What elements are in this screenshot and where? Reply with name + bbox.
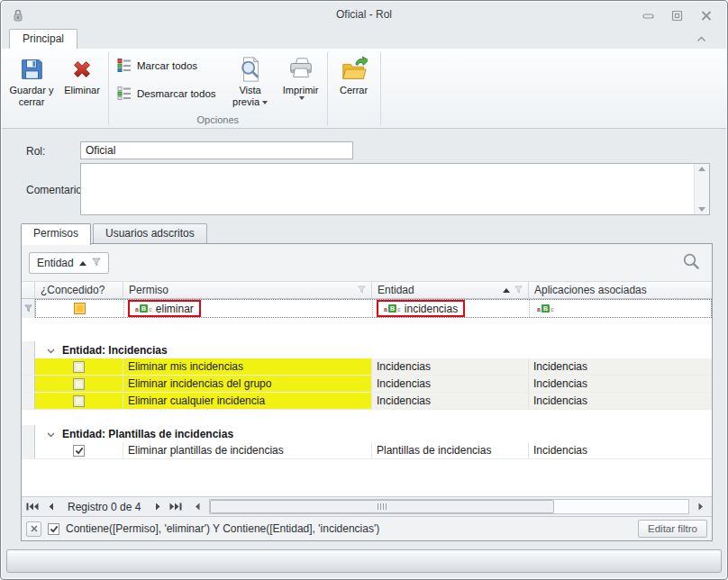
group-by-field-label: Entidad bbox=[37, 257, 74, 269]
comments-scrollbar[interactable] bbox=[694, 164, 709, 214]
chevron-down-icon[interactable] bbox=[47, 344, 55, 357]
prev-record-button[interactable] bbox=[43, 500, 58, 514]
group-row-plantillas[interactable]: Entidad: Plantillas de incidencias bbox=[22, 425, 712, 442]
group-by-chip-entidad[interactable]: Entidad bbox=[29, 252, 109, 274]
column-header-aplicaciones[interactable]: Aplicaciones asociadas bbox=[529, 282, 712, 298]
filter-enabled-checkbox[interactable] bbox=[48, 523, 59, 535]
mark-all-label: Marcar todos bbox=[137, 60, 197, 71]
granted-filter-checkbox[interactable] bbox=[74, 303, 86, 314]
abc-filter-icon: aBc bbox=[384, 304, 401, 313]
title-bar: Oficial - Rol bbox=[2, 2, 726, 28]
delete-label: Eliminar bbox=[57, 85, 107, 96]
checklist-icon bbox=[117, 86, 132, 102]
filter-granted-checkbox-cell[interactable] bbox=[36, 300, 124, 317]
granted-checkbox[interactable] bbox=[73, 361, 85, 373]
filter-row: aBc eliminar aBc incidencias bbox=[22, 299, 712, 318]
record-navigator: Registro 0 de 4 bbox=[22, 496, 712, 516]
table-row[interactable]: Eliminar incidencias del grupo Incidenci… bbox=[22, 376, 712, 393]
filter-permiso-value[interactable]: eliminar bbox=[156, 303, 194, 315]
hscroll-left-icon[interactable] bbox=[190, 500, 205, 514]
ribbon-group-close: Cerrar bbox=[329, 50, 379, 128]
window-title: Oficial - Rol bbox=[2, 8, 726, 21]
group-row-incidencias[interactable]: Entidad: Incidencias bbox=[22, 341, 712, 358]
red-x-icon bbox=[68, 54, 96, 85]
rol-label: Rol: bbox=[26, 145, 45, 158]
folder-green-arrow-icon bbox=[341, 54, 368, 85]
header-indicator-cell bbox=[22, 282, 35, 298]
ribbon-divider bbox=[108, 52, 109, 125]
group-row-label: Entidad: Incidencias bbox=[62, 344, 168, 357]
first-record-button[interactable] bbox=[25, 500, 40, 514]
granted-checkbox[interactable] bbox=[73, 395, 85, 407]
print-button[interactable]: Imprimir bbox=[276, 52, 326, 100]
record-count-label: Registro 0 de 4 bbox=[68, 501, 141, 513]
dropdown-arrow-icon bbox=[299, 96, 305, 100]
restore-icon[interactable] bbox=[671, 11, 683, 21]
mark-all-button[interactable]: Marcar todos bbox=[114, 56, 220, 76]
next-record-button[interactable] bbox=[150, 500, 165, 514]
edit-filter-button[interactable]: Editar filtro bbox=[638, 520, 707, 538]
preview-button[interactable]: Vista previa bbox=[225, 52, 276, 108]
grid-header-row: ¿Concedido? Permiso Entidad Aplicaciones… bbox=[22, 281, 712, 299]
table-row[interactable]: Eliminar mis incidencias Incidencias Inc… bbox=[22, 358, 712, 376]
save-and-close-label: Guardar y cerrar bbox=[6, 85, 57, 108]
close-icon[interactable] bbox=[700, 11, 712, 21]
column-header-permiso[interactable]: Permiso bbox=[123, 282, 372, 298]
close-filter-button[interactable] bbox=[26, 521, 41, 537]
checklist-icon bbox=[117, 58, 132, 74]
printer-icon bbox=[287, 54, 314, 85]
permissions-grid: Entidad ¿Concedido? Permiso bbox=[21, 243, 713, 541]
scrollbar-thumb[interactable] bbox=[210, 500, 554, 513]
ribbon-divider bbox=[327, 52, 328, 125]
filter-panel: Contiene([Permiso], 'eliminar') Y Contie… bbox=[22, 516, 712, 540]
table-row[interactable]: Eliminar plantillas de incidencias Plant… bbox=[22, 442, 712, 459]
hscroll-right-icon[interactable] bbox=[694, 500, 708, 514]
ribbon-group-caption-empty bbox=[329, 113, 379, 128]
column-header-concedido[interactable]: ¿Concedido? bbox=[35, 282, 123, 298]
funnel-icon[interactable] bbox=[92, 257, 101, 269]
rol-input[interactable] bbox=[80, 141, 353, 159]
unmark-all-button[interactable]: Desmarcar todos bbox=[114, 84, 220, 104]
granted-checkbox[interactable] bbox=[73, 378, 85, 390]
scroll-up-icon[interactable] bbox=[698, 167, 705, 171]
filter-entidad-value[interactable]: incidencias bbox=[405, 303, 458, 315]
abc-filter-icon: aBc bbox=[135, 304, 152, 313]
horizontal-scrollbar[interactable] bbox=[209, 499, 689, 514]
chevron-up-icon[interactable] bbox=[696, 32, 706, 45]
floppy-disk-icon bbox=[18, 54, 45, 85]
comments-input[interactable] bbox=[80, 163, 710, 215]
filter-permiso-cell[interactable]: aBc eliminar bbox=[124, 300, 373, 317]
last-record-button[interactable] bbox=[168, 500, 183, 514]
dropdown-arrow-icon bbox=[262, 101, 268, 104]
ribbon-divider bbox=[380, 52, 381, 125]
table-row[interactable]: Eliminar cualquier incidencia Incidencia… bbox=[22, 393, 712, 410]
delete-button[interactable]: Eliminar bbox=[57, 52, 107, 96]
grid-body: aBc eliminar aBc incidencias bbox=[22, 299, 712, 496]
filter-entidad-cell[interactable]: aBc incidencias bbox=[373, 300, 530, 317]
sort-asc-arrow bbox=[79, 261, 86, 266]
save-and-close-button[interactable]: Guardar y cerrar bbox=[6, 52, 57, 108]
search-icon[interactable] bbox=[682, 252, 700, 273]
granted-checkbox-checked[interactable] bbox=[73, 445, 85, 457]
filter-aplicaciones-cell[interactable]: aBc bbox=[530, 300, 711, 317]
scroll-down-icon[interactable] bbox=[698, 207, 705, 212]
tab-usuarios-adscritos[interactable]: Usuarios adscritos bbox=[93, 223, 207, 243]
funnel-icon[interactable] bbox=[358, 284, 366, 296]
print-label: Imprimir bbox=[276, 85, 326, 100]
ribbon-tab-row: Principal bbox=[2, 28, 726, 49]
annotation-box-entidad: aBc incidencias bbox=[377, 300, 465, 317]
annotation-box-permiso: aBc eliminar bbox=[128, 300, 201, 317]
unmark-all-label: Desmarcar todos bbox=[137, 88, 216, 99]
ribbon-group-caption: Opciones bbox=[110, 113, 326, 128]
filter-expression-text[interactable]: Contiene([Permiso], 'eliminar') Y Contie… bbox=[66, 522, 632, 535]
funnel-icon[interactable] bbox=[514, 284, 523, 296]
close-form-label: Cerrar bbox=[329, 85, 379, 96]
close-form-button[interactable]: Cerrar bbox=[329, 52, 379, 96]
tab-strip: Permisos Usuarios adscritos bbox=[21, 223, 209, 244]
column-header-entidad[interactable]: Entidad bbox=[372, 282, 529, 298]
chevron-down-icon[interactable] bbox=[47, 428, 55, 440]
minimize-icon[interactable] bbox=[642, 11, 654, 21]
ribbon: Guardar y cerrar Eliminar bbox=[2, 49, 726, 129]
tab-permisos[interactable]: Permisos bbox=[21, 223, 91, 245]
ribbon-tab-principal[interactable]: Principal bbox=[9, 29, 77, 49]
